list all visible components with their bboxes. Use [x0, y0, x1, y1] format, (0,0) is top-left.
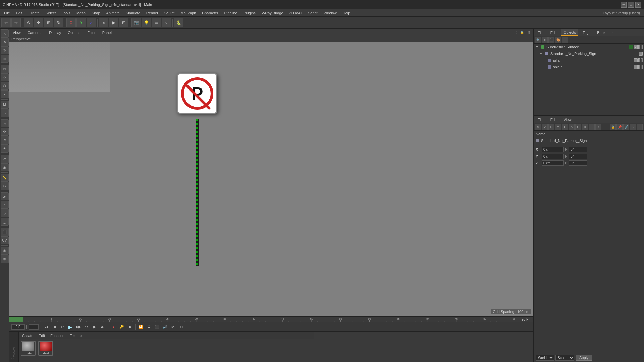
viewport-menu-display[interactable]: Display	[48, 30, 62, 35]
model-button[interactable]: M	[1, 101, 9, 109]
apply-button[interactable]: Apply	[576, 355, 592, 361]
prop-tool-l[interactable]: L	[562, 124, 568, 130]
goto-start-button[interactable]: ⏮	[43, 324, 50, 330]
goto-end-button[interactable]: ⏭	[99, 324, 106, 330]
coord-mode-dropdown[interactable]: Scale Move Rotate	[555, 355, 574, 361]
point-tool-button[interactable]: ·	[1, 90, 9, 98]
timeline-ticks[interactable]: 051015202530354045505560657075808590	[23, 317, 517, 322]
python-button[interactable]: 🐍	[174, 18, 183, 27]
move-left-button[interactable]: ✥	[1, 38, 9, 46]
playback-speed-input[interactable]	[29, 324, 39, 330]
prop-tool-v[interactable]: V	[542, 124, 548, 130]
expand-icon-parking[interactable]: ▼	[539, 52, 543, 56]
render-view-button[interactable]: ▶	[109, 18, 118, 27]
generator-button[interactable]: ⚙	[1, 128, 9, 136]
menu-mograph[interactable]: MoGraph	[178, 10, 199, 16]
coord-z-pos[interactable]	[542, 160, 564, 166]
uv-button[interactable]: UV	[1, 236, 9, 244]
prop-tool-m[interactable]: M	[555, 124, 561, 130]
coord-y-pos[interactable]	[542, 154, 564, 159]
tag-button[interactable]: 🏷	[1, 155, 9, 163]
brush-button[interactable]: 🖌	[1, 192, 9, 200]
menu-create[interactable]: Create	[26, 10, 42, 16]
pinch-button[interactable]: ⊃	[1, 209, 9, 217]
plugin-2-button[interactable]: ②	[1, 255, 9, 263]
prop-tool-a[interactable]: A	[569, 124, 575, 130]
obj-more-button[interactable]: ⋯	[562, 37, 568, 43]
expand-icon-subdivision[interactable]: ▼	[535, 45, 539, 49]
viewport-menu-view[interactable]: View	[11, 30, 22, 35]
flatten-button[interactable]: _	[1, 218, 9, 226]
menu-tools[interactable]: Tools	[59, 10, 73, 16]
coord-z-b[interactable]	[569, 160, 587, 166]
minimize-button[interactable]: ─	[621, 2, 627, 8]
menu-simulate[interactable]: Simulate	[123, 10, 143, 16]
playback-mode-button[interactable]: 🔁	[138, 324, 144, 330]
texture-button[interactable]: ⬛	[1, 228, 9, 236]
prop-tool-1[interactable]: S	[535, 124, 541, 130]
move-tool-button[interactable]: ✥	[34, 18, 43, 27]
material-meta[interactable]: meta	[21, 341, 36, 356]
deformer-button[interactable]: ≋	[1, 136, 9, 144]
coord-y-p[interactable]	[569, 154, 587, 159]
object-tool-button[interactable]: □	[1, 65, 9, 73]
content-menu-texture[interactable]: Texture	[68, 333, 83, 338]
viewport-menu-panel[interactable]: Panel	[101, 30, 113, 35]
rotate-left-button[interactable]: ↻	[1, 46, 9, 54]
menu-edit[interactable]: Edit	[13, 10, 25, 16]
prop-tab-file[interactable]: File	[536, 117, 546, 122]
polygon-tool-button[interactable]: ◇	[1, 73, 9, 81]
motion-mode-button[interactable]: M	[170, 324, 176, 330]
prop-lock-button[interactable]: 🔒	[610, 124, 616, 130]
tab-objects[interactable]: Objects	[561, 29, 578, 36]
live-selection-button[interactable]: ⊙	[24, 18, 33, 27]
viewport-expand-icon[interactable]: ⛶	[513, 30, 518, 35]
sound-button[interactable]: 🔊	[162, 324, 168, 330]
current-frame-input[interactable]	[11, 324, 25, 330]
prop-tool-g[interactable]: G	[575, 124, 581, 130]
sculpt-button[interactable]: S	[1, 109, 9, 117]
effector-button[interactable]: ★	[1, 144, 9, 153]
viewport-menu-filter[interactable]: Filter	[86, 30, 97, 35]
menu-sculpt[interactable]: Sculpt	[162, 10, 177, 16]
prop-tool-x[interactable]: X	[595, 124, 601, 130]
prop-tool-e[interactable]: E	[589, 124, 595, 130]
object-item-pillar[interactable]: pillar	[534, 57, 644, 64]
smooth-button[interactable]: ~	[1, 201, 9, 209]
object-mode-button[interactable]: ◈	[99, 18, 108, 27]
render-button[interactable]: ⊡	[119, 18, 128, 27]
menu-snap[interactable]: Snap	[89, 10, 103, 16]
menu-3dtoall[interactable]: 3DToAll	[287, 10, 305, 16]
menu-render[interactable]: Render	[144, 10, 161, 16]
content-menu-function[interactable]: Function	[49, 333, 66, 338]
obj-layer-button[interactable]: ⬛	[548, 37, 554, 43]
menu-window[interactable]: Window	[321, 10, 339, 16]
menu-character[interactable]: Character	[199, 10, 221, 16]
sky-button[interactable]: ○	[162, 18, 171, 27]
spline-button[interactable]: ∿	[1, 119, 9, 127]
redo-button[interactable]: ↪	[11, 18, 21, 27]
plugin-1-button[interactable]: ①	[1, 247, 9, 255]
coord-x-pos[interactable]	[542, 147, 564, 152]
prev-frame-button[interactable]: ◀	[51, 324, 58, 330]
record-button[interactable]: ●	[110, 324, 117, 330]
menu-file[interactable]: File	[1, 10, 13, 16]
menu-plugins[interactable]: Plugins	[241, 10, 258, 16]
menu-select[interactable]: Select	[43, 10, 59, 16]
coord-x-h[interactable]	[569, 147, 587, 152]
viewport-3d[interactable]: X Y Z P Grid Spacing : 100 cm	[9, 42, 533, 316]
floor-button[interactable]: ▭	[152, 18, 161, 27]
properties-object-name[interactable]: Standard_No_Parking_Sign	[536, 137, 642, 144]
obj-search-button[interactable]: 🔍	[535, 37, 541, 43]
viewport-lock-icon[interactable]: 🔒	[519, 30, 525, 35]
coord-system-dropdown[interactable]: World Object Local	[536, 355, 554, 361]
material-button[interactable]: ◉	[1, 163, 9, 171]
scale-left-button[interactable]: ⊞	[1, 55, 9, 63]
obj-filter-button[interactable]: ≡	[542, 37, 548, 43]
x-axis-button[interactable]: X	[66, 18, 76, 27]
menu-pipeline[interactable]: Pipeline	[222, 10, 240, 16]
z-axis-button[interactable]: Z	[87, 18, 96, 27]
pointer-tool-button[interactable]: ↖	[1, 29, 9, 38]
tab-file[interactable]: File	[536, 30, 546, 35]
prop-tool-d[interactable]: D	[582, 124, 588, 130]
